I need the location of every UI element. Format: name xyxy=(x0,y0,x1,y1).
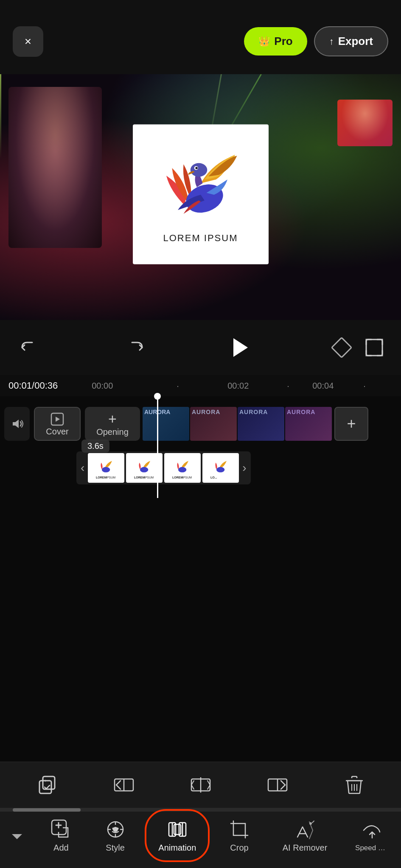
split-button[interactable] xyxy=(185,770,216,800)
svg-point-7 xyxy=(102,467,110,472)
clip-text-4: AURORA xyxy=(287,409,315,415)
nav-crop-label: Crop xyxy=(230,843,248,853)
pro-button[interactable]: 👑 Pro xyxy=(244,27,307,56)
collapse-icon xyxy=(8,827,25,844)
performer-visual xyxy=(8,87,102,248)
style-nav-icon xyxy=(104,818,126,840)
close-button[interactable]: × xyxy=(13,26,43,57)
timeline-controls xyxy=(0,320,401,375)
time-mark-0: 00:00 xyxy=(92,381,113,391)
time-mark-4: 00:04 xyxy=(312,381,334,391)
svg-rect-4 xyxy=(366,339,382,356)
sticker-thumb-3[interactable]: LOREM IPSUM xyxy=(164,453,201,483)
ai-remover-nav-icon xyxy=(294,818,316,840)
clip-text-3: AURORA xyxy=(239,409,268,415)
total-time-value: 00:36 xyxy=(34,380,58,391)
sticker-logo-2: LOREM IPSUM xyxy=(132,456,157,480)
nav-item-add[interactable]: Add xyxy=(46,816,76,855)
crop-nav-icon xyxy=(228,818,250,840)
opening-clip[interactable]: + Opening xyxy=(85,407,140,441)
keyframe-icon xyxy=(331,337,353,359)
play-button[interactable] xyxy=(233,338,248,357)
logo-bold-text: LOREM xyxy=(163,233,200,243)
cover-icon xyxy=(50,412,65,427)
nav-add-label: Add xyxy=(53,843,69,853)
nav-style-label: Style xyxy=(106,843,124,853)
main-track-row: Cover + Opening AURORA AURORA AURORA AUR… xyxy=(0,401,401,447)
nav-animation-label: Animation xyxy=(158,843,196,853)
opening-label: Opening xyxy=(96,427,129,437)
video-clip-4[interactable]: AURORA xyxy=(285,407,332,441)
sticker-thumb-1[interactable]: LOREM IPSUM xyxy=(88,453,124,483)
nav-item-animation[interactable]: Animation xyxy=(154,816,200,855)
keyframe-button[interactable] xyxy=(334,340,349,355)
nav-item-style[interactable]: Style xyxy=(100,816,131,855)
duplicate-icon: + xyxy=(36,774,58,796)
svg-point-15 xyxy=(178,467,186,472)
split-center-icon xyxy=(190,774,212,796)
time-mark-1: · xyxy=(177,381,179,391)
volume-button[interactable] xyxy=(4,407,30,441)
top-bar: × 👑 Pro ↑ Export xyxy=(0,0,401,74)
nav-items: Add Style xyxy=(34,816,401,855)
clip-tracks: Cover + Opening AURORA AURORA AURORA AUR… xyxy=(0,396,401,610)
time-mark-5: · xyxy=(363,381,366,391)
sticker-strip[interactable]: 3.6s ‹ LOREM IPSUM xyxy=(76,451,251,484)
add-clip-button[interactable]: + xyxy=(334,407,368,441)
timeline-scrollbar[interactable] xyxy=(0,808,401,812)
split-left-icon xyxy=(113,774,135,796)
svg-rect-44 xyxy=(233,823,245,835)
nav-item-speed-cut[interactable]: Speed Cu... xyxy=(355,817,389,855)
svg-point-45 xyxy=(309,822,312,825)
delete-button[interactable] xyxy=(339,770,370,800)
pro-label: Pro xyxy=(274,35,292,48)
scrollbar-thumb[interactable] xyxy=(13,808,81,812)
cover-clip[interactable]: Cover xyxy=(34,407,81,441)
svg-text:+: + xyxy=(44,779,47,783)
sticker-logo-1: LOREM IPSUM xyxy=(93,456,119,480)
crown-icon: 👑 xyxy=(258,36,270,47)
redo-button[interactable] xyxy=(125,337,147,359)
bottom-toolbar: + xyxy=(0,762,401,868)
bird-logo-svg xyxy=(163,145,239,229)
time-mark-3: · xyxy=(287,381,289,391)
sticker-logo-4: LO... xyxy=(208,456,233,480)
close-icon: × xyxy=(25,35,31,48)
nav-item-ai-remover[interactable]: AI Remover xyxy=(278,816,332,855)
volume-icon xyxy=(9,416,25,431)
current-time-value: 00:01 xyxy=(8,380,32,391)
current-time: 00:01/00:36 xyxy=(8,380,58,391)
add-clip-icon: + xyxy=(347,415,356,433)
video-preview: LOREM IPSUM xyxy=(0,74,401,320)
add-nav-icon xyxy=(50,818,72,840)
right-screen-visual xyxy=(337,100,393,146)
video-clip-3[interactable]: AURORA xyxy=(238,407,284,441)
opening-plus-icon: + xyxy=(108,411,117,427)
split-left-button[interactable] xyxy=(109,770,139,800)
video-clip-2[interactable]: AURORA xyxy=(190,407,237,441)
duplicate-button[interactable]: + xyxy=(32,770,62,800)
redo-icon xyxy=(125,337,147,359)
timeline-empty-space xyxy=(0,487,401,606)
sticker-thumb-4[interactable]: LO... xyxy=(202,453,239,483)
fullscreen-button[interactable] xyxy=(365,338,384,357)
right-controls xyxy=(334,338,384,357)
undo-button[interactable] xyxy=(17,337,39,359)
sticker-arrow-right[interactable]: › xyxy=(240,461,249,475)
svg-point-37 xyxy=(112,828,114,830)
svg-text:LO...: LO... xyxy=(210,476,217,479)
fullscreen-icon xyxy=(365,338,384,357)
logo-text: LOREM IPSUM xyxy=(163,233,238,244)
sticker-arrow-left[interactable]: ‹ xyxy=(78,461,87,475)
clip-text-1: AURORA xyxy=(144,409,170,415)
svg-point-19 xyxy=(216,467,224,472)
sticker-thumb-2[interactable]: LOREM IPSUM xyxy=(126,453,163,483)
nav-item-crop[interactable]: Crop xyxy=(224,816,255,855)
svg-text:LOREM: LOREM xyxy=(96,476,107,479)
split-right-button[interactable] xyxy=(262,770,293,800)
nav-collapse-button[interactable] xyxy=(0,827,34,844)
cover-label: Cover xyxy=(46,427,68,437)
export-button[interactable]: ↑ Export xyxy=(314,26,388,56)
video-clip-1[interactable]: AURORA xyxy=(143,407,189,441)
logo-overlay-card[interactable]: LOREM IPSUM xyxy=(133,124,269,264)
